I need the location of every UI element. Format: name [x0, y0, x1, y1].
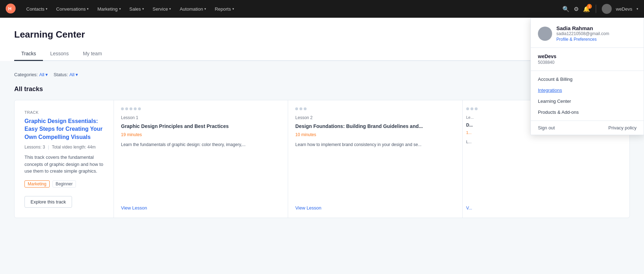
lesson-1-number: Lesson 1 [121, 115, 281, 120]
conversations-chevron-icon: ▾ [87, 7, 89, 11]
notifications-icon[interactable]: 🔔 1 [583, 6, 590, 12]
lesson-2-description: Learn how to implement brand consistency… [295, 141, 455, 201]
track-title[interactable]: Graphic Design Essentials: Easy Steps fo… [24, 117, 104, 141]
dropdown-avatar [538, 27, 552, 41]
nav-links: Contacts ▾ Conversations ▾ Marketing ▾ S… [23, 4, 562, 14]
dropdown-header: Sadia Rahman sadia12210508@gmail.com Pro… [531, 18, 644, 48]
dropdown-menu: Account & Billing Integrations Learning … [531, 71, 644, 121]
status-select[interactable]: All ▾ [69, 72, 78, 77]
filters-left: Categories: All ▾ Status: All ▾ [14, 72, 78, 77]
nav-divider [596, 5, 596, 13]
nav-conversations[interactable]: Conversations ▾ [53, 4, 92, 14]
video-length: Total video length: 44m [52, 145, 95, 150]
profile-preferences-link[interactable]: Profile & Preferences [556, 37, 596, 42]
dot-l3-2 [470, 107, 473, 110]
dot-2 [125, 107, 128, 110]
track-label: Track [24, 110, 104, 114]
dot-l3-1 [466, 107, 469, 110]
track-description: This track covers the fundamental concep… [24, 154, 104, 175]
view-lesson-3-link[interactable]: V... [466, 206, 626, 211]
lesson-2-title: Design Foundations: Building Brand Guide… [295, 123, 455, 130]
nav-marketing[interactable]: Marketing ▾ [94, 4, 124, 14]
nav-automation[interactable]: Automation ▾ [176, 4, 210, 14]
status-chevron-icon: ▾ [76, 72, 78, 77]
nav-contacts[interactable]: Contacts ▾ [23, 4, 51, 14]
dropdown-user-email: sadia12210508@gmail.com [556, 31, 609, 36]
dot-l2-2 [299, 107, 302, 110]
search-icon[interactable]: 🔍 [562, 6, 569, 12]
automation-chevron-icon: ▾ [204, 7, 206, 11]
view-lesson-1-link[interactable]: View Lesson [121, 205, 281, 211]
dot-4 [134, 107, 137, 110]
settings-icon[interactable]: ⚙ [574, 6, 579, 12]
dot-l2-3 [304, 107, 307, 110]
tab-tracks[interactable]: Tracks [14, 47, 43, 61]
lesson-1-title: Graphic Design Principles and Best Pract… [121, 123, 281, 130]
lesson-1-dots [121, 107, 281, 110]
tag-marketing: Marketing [24, 180, 50, 188]
categories-select[interactable]: All ▾ [39, 72, 48, 77]
nav-right-actions: 🔍 ⚙ 🔔 1 weDevs ▾ [562, 4, 638, 14]
service-chevron-icon: ▾ [169, 7, 171, 11]
contacts-chevron-icon: ▾ [46, 7, 48, 11]
privacy-policy-link[interactable]: Privacy policy [609, 125, 637, 130]
lessons-count: Lessons: 3 [24, 145, 45, 150]
track-info-panel: Track Graphic Design Essentials: Easy St… [15, 100, 114, 218]
lesson-2-duration: 10 minutes [295, 132, 455, 137]
categories-filter: Categories: All ▾ [14, 72, 48, 77]
username-label[interactable]: weDevs [616, 6, 632, 12]
reports-chevron-icon: ▾ [232, 7, 234, 11]
sales-chevron-icon: ▾ [142, 7, 144, 11]
learning-center-link[interactable]: Learning Center [531, 96, 644, 107]
dropdown-user-name: Sadia Rahman [556, 25, 609, 31]
user-avatar[interactable] [602, 4, 612, 14]
hubspot-logo[interactable]: H [6, 4, 16, 15]
nav-service[interactable]: Service ▾ [149, 4, 175, 14]
lesson-1-description: Learn the fundamentals of graphic design… [121, 141, 281, 201]
sign-out-link[interactable]: Sign out [538, 125, 555, 130]
track-tags: Marketing Beginner [24, 180, 104, 188]
svg-text:H: H [8, 6, 11, 11]
track-meta: Lessons: 3 | Total video length: 44m [24, 145, 104, 150]
account-name: weDevs [538, 54, 637, 59]
marketing-chevron-icon: ▾ [119, 7, 121, 11]
dot-l2-1 [295, 107, 298, 110]
lesson-2-number: Lesson 2 [295, 115, 455, 120]
nav-reports[interactable]: Reports ▾ [211, 4, 238, 14]
user-menu-chevron-icon[interactable]: ▾ [637, 7, 638, 11]
tag-beginner: Beginner [53, 180, 76, 188]
lesson-1-duration: 19 minutes [121, 132, 281, 137]
account-id: 5038840 [538, 60, 637, 65]
categories-chevron-icon: ▾ [45, 72, 48, 77]
dot-3 [130, 107, 132, 110]
dot-l3-3 [475, 107, 478, 110]
lesson-card-1: Lesson 1 Graphic Design Principles and B… [114, 100, 288, 218]
products-addons-link[interactable]: Products & Add-ons [531, 107, 644, 118]
dropdown-account-section: weDevs 5038840 [531, 48, 644, 71]
account-billing-link[interactable]: Account & Billing [531, 74, 644, 85]
user-dropdown: Sadia Rahman sadia12210508@gmail.com Pro… [530, 18, 644, 135]
integrations-link[interactable]: Integrations [531, 85, 644, 96]
lesson-card-2: Lesson 2 Design Foundations: Building Br… [288, 100, 462, 218]
lesson-2-dots [295, 107, 455, 110]
top-navigation: H Contacts ▾ Conversations ▾ Marketing ▾… [0, 0, 644, 18]
dot-5 [138, 107, 141, 110]
tab-my-team[interactable]: My team [76, 47, 109, 61]
nav-sales[interactable]: Sales ▾ [126, 4, 148, 14]
explore-track-button[interactable]: Explore this track [24, 196, 72, 208]
view-lesson-2-link[interactable]: View Lesson [295, 205, 455, 211]
dropdown-footer: Sign out Privacy policy [531, 121, 644, 135]
notification-badge: 1 [587, 4, 592, 9]
dot-1 [121, 107, 124, 110]
tab-lessons[interactable]: Lessons [43, 47, 76, 61]
dropdown-user-info: Sadia Rahman sadia12210508@gmail.com Pro… [556, 25, 609, 42]
lesson-3-description: L... [466, 139, 626, 201]
status-filter: Status: All ▾ [54, 72, 78, 77]
